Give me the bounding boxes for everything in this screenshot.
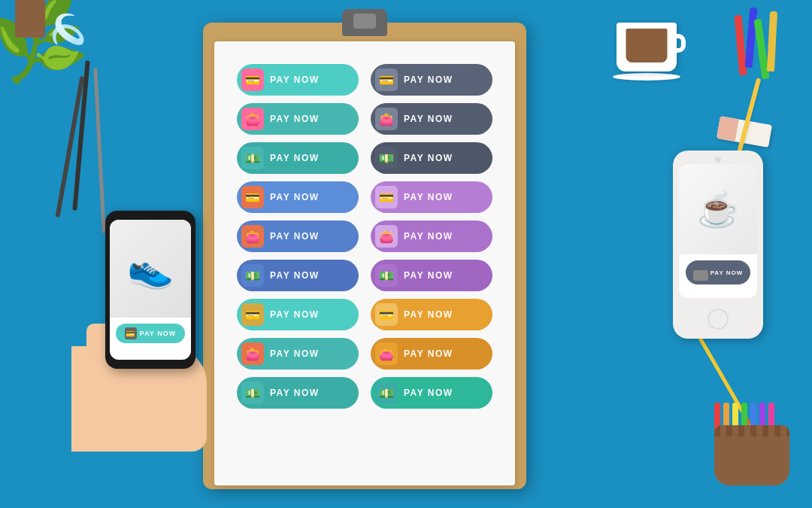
pay-btn-purple-2[interactable]: 👛 PAY NOW: [371, 221, 492, 252]
pay-btn-purple-1[interactable]: 💳 PAY NOW: [371, 181, 492, 213]
wallet-icon-8: 👛: [241, 342, 264, 365]
wallet-icon-5: 👛: [241, 225, 264, 248]
marker-yellow: [767, 11, 777, 71]
phone-pay-label: PAY NOW: [140, 330, 176, 337]
cash-icon-r9: 💵: [375, 382, 398, 404]
wallet-icon-r2: 👛: [375, 108, 398, 130]
pay-btn-orange-1[interactable]: 💳 PAY NOW: [371, 299, 492, 330]
btn-label-4: PAY NOW: [270, 192, 320, 202]
btn-label-r6: PAY NOW: [404, 270, 453, 281]
pay-btn-teal-b1[interactable]: 💳 PAY NOW: [237, 299, 359, 330]
btn-label-9: PAY NOW: [270, 388, 320, 398]
btn-label-3: PAY NOW: [270, 153, 320, 163]
cash-icon-6: 💵: [241, 264, 264, 287]
button-grid: 💳 PAY NOW 💳 PAY NOW 👛 PAY NOW 👛 PAY NOW …: [237, 64, 492, 409]
wallet-icon-1: 💳: [241, 68, 264, 91]
phone-right-product: ☕: [679, 164, 757, 254]
pay-btn-blue-3[interactable]: 💵 PAY NOW: [237, 260, 359, 291]
cash-icon-9: 💵: [241, 382, 264, 404]
markers-decoration: [737, 8, 797, 98]
wallet-icon-4: 💳: [241, 186, 264, 208]
clipboard-clip: [342, 9, 387, 36]
pay-btn-blue-2[interactable]: 👛 PAY NOW: [237, 221, 359, 252]
pay-btn-teal-b2[interactable]: 👛 PAY NOW: [237, 338, 359, 370]
btn-label-r4: PAY NOW: [404, 192, 453, 202]
cup-body: [617, 23, 677, 71]
btn-label-5: PAY NOW: [270, 231, 320, 242]
phone-left-screen: 👟 💳 PAY NOW: [110, 220, 191, 360]
wallet-icon-2: 👛: [241, 108, 264, 130]
basket-body: [714, 425, 789, 485]
pay-btn-blue-1[interactable]: 💳 PAY NOW: [237, 181, 359, 213]
btn-label-r2: PAY NOW: [404, 114, 453, 124]
btn-label-r1: PAY NOW: [404, 75, 453, 85]
pay-btn-teal-2[interactable]: 👛 PAY NOW: [237, 103, 359, 135]
btn-label-r7: PAY NOW: [404, 309, 453, 320]
phone-right-pay-btn[interactable]: PAY NOW: [686, 260, 751, 284]
phone-right-home-btn[interactable]: [707, 309, 729, 330]
cash-icon-r6: 💵: [375, 264, 398, 287]
wallet-icon-r5: 👛: [375, 225, 398, 248]
pen-basket: [707, 403, 797, 493]
pay-btn-orange-2[interactable]: 👛 PAY NOW: [371, 338, 492, 370]
cash-icon-r3: 💵: [375, 147, 398, 169]
pay-btn-gray-3[interactable]: 💵 PAY NOW: [371, 142, 492, 174]
phone-left-pay-btn[interactable]: 💳 PAY NOW: [116, 324, 185, 343]
pay-btn-gray-1[interactable]: 💳 PAY NOW: [371, 64, 492, 96]
btn-label-6: PAY NOW: [270, 270, 320, 281]
phone-right-camera: [715, 157, 721, 163]
cash-icon-3: 💵: [241, 147, 264, 169]
coffee-cup: [609, 23, 684, 98]
pay-btn-teal-b3[interactable]: 💵 PAY NOW: [237, 377, 359, 409]
pay-btn-teal-1[interactable]: 💳 PAY NOW: [237, 64, 359, 96]
btn-label-r9: PAY NOW: [404, 388, 453, 398]
paper-sheet: 💳 PAY NOW 💳 PAY NOW 👛 PAY NOW 👛 PAY NOW …: [214, 41, 515, 485]
wallet-icon-r1: 💳: [375, 68, 398, 91]
phone-right-pay-icon: [693, 270, 708, 281]
phone-left-container: 👟 💳 PAY NOW: [71, 211, 222, 452]
btn-label-r3: PAY NOW: [404, 153, 453, 163]
cup-handle: [672, 34, 686, 53]
phone-left-device: 👟 💳 PAY NOW: [105, 211, 195, 369]
phone-right-pay-label: PAY NOW: [710, 269, 744, 276]
btn-label-8: PAY NOW: [270, 348, 320, 359]
phone-pay-icon: 💳: [125, 327, 137, 339]
pay-btn-teal-3[interactable]: 💵 PAY NOW: [237, 142, 359, 174]
phone-right-container: ☕ PAY NOW: [673, 151, 771, 346]
phone-left-product: 👟: [110, 220, 191, 318]
btn-label-r5: PAY NOW: [404, 231, 453, 242]
pen-2: [93, 68, 106, 233]
pay-btn-purple-3[interactable]: 💵 PAY NOW: [371, 260, 492, 291]
pay-btn-teal-r3[interactable]: 💵 PAY NOW: [371, 377, 492, 409]
pay-btn-gray-2[interactable]: 👛 PAY NOW: [371, 103, 492, 135]
wallet-icon-r8: 👛: [375, 342, 398, 365]
cup-saucer: [613, 73, 680, 81]
phone-right-device: ☕ PAY NOW: [673, 151, 763, 339]
phone-right-screen: ☕ PAY NOW: [679, 164, 757, 298]
wallet-icon-r7: 💳: [375, 303, 398, 326]
wallet-icon-r4: 💳: [375, 186, 398, 208]
btn-label-r8: PAY NOW: [404, 348, 453, 359]
btn-label-7: PAY NOW: [270, 309, 320, 320]
btn-label-2: PAY NOW: [270, 114, 320, 124]
wallet-icon-7: 💳: [241, 303, 264, 326]
btn-label-1: PAY NOW: [270, 75, 320, 85]
